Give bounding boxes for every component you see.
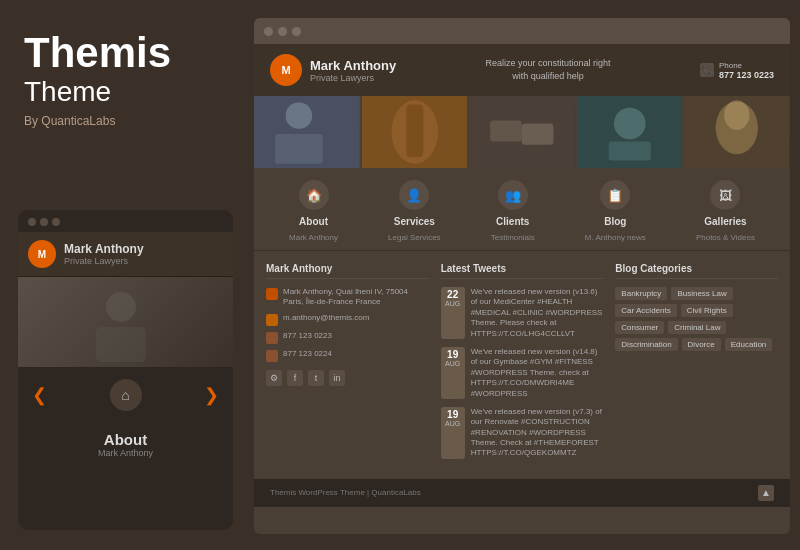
cat-consumer[interactable]: Consumer (615, 321, 664, 334)
contact-phone1: 877 123 0223 (283, 331, 332, 341)
cat-car-accidents[interactable]: Car Accidents (615, 304, 676, 317)
tweets-title: Latest Tweets (441, 263, 604, 279)
site-name-sub: Private Lawyers (310, 73, 396, 83)
phone1-icon (266, 332, 278, 344)
nav-item-services[interactable]: 👤 Services Legal Services (388, 180, 440, 242)
cat-civil-rights[interactable]: Civil Rights (681, 304, 733, 317)
email-icon (266, 314, 278, 326)
phone-info: Phone 877 123 0223 (719, 61, 774, 80)
blog-icon: 📋 (600, 180, 630, 210)
address-icon (266, 288, 278, 300)
dot3 (52, 218, 60, 226)
browser-window: M Mark Anthony Private Lawyers Realize y… (254, 18, 790, 534)
site-tagline: Realize your constitutional right with q… (486, 57, 611, 82)
footer-text: Themis WordPress Theme | QuanticaLabs (270, 488, 421, 497)
tweet-text-1: We've released new version (v13.6) of ou… (471, 287, 604, 339)
mobile-header: M Mark Anthony Private Lawyers (18, 232, 233, 277)
tagline-line1: Realize your constitutional right (486, 57, 611, 70)
nav-item-clients[interactable]: 👥 Clients Testimonials (491, 180, 535, 242)
twitter-icon[interactable]: t (308, 370, 324, 386)
site-logo-circle: M (270, 54, 302, 86)
contact-title: Mark Anthony (266, 263, 429, 279)
mobile-name-area: Mark Anthony Private Lawyers (64, 242, 144, 266)
phone-icon: 📞 (700, 63, 714, 77)
rss-icon[interactable]: ⚙ (266, 370, 282, 386)
brand-title: Themis (24, 30, 224, 76)
contact-column: Mark Anthony Mark Anthony, Quai Iheni IV… (266, 263, 429, 467)
cat-discrimination[interactable]: Discrimination (615, 338, 677, 351)
tweet-item-1: 22 AUG We've released new version (v13.6… (441, 287, 604, 339)
mobile-about-section: About Mark Anthony (18, 423, 233, 466)
mobile-home-button[interactable]: ⌂ (110, 379, 142, 411)
svg-rect-10 (522, 124, 554, 145)
tweet-item-2: 19 AUG We've released new version (v14.8… (441, 347, 604, 399)
nav-services-label: Services (394, 216, 435, 227)
prev-arrow[interactable]: ❮ (32, 384, 47, 406)
hero-image-2 (362, 96, 468, 168)
nav-about-label: About (299, 216, 328, 227)
svg-rect-9 (490, 120, 522, 141)
site-header: M Mark Anthony Private Lawyers Realize y… (254, 44, 790, 96)
nav-about-sub: Mark Anthony (289, 233, 338, 242)
browser-dot-2 (278, 27, 287, 36)
hero-image-3 (469, 96, 575, 168)
galleries-icon: 🖼 (710, 180, 740, 210)
svg-rect-4 (275, 134, 323, 164)
next-arrow[interactable]: ❯ (204, 384, 219, 406)
nav-item-about[interactable]: 🏠 About Mark Anthony (289, 180, 338, 242)
nav-blog-label: Blog (604, 216, 626, 227)
mobile-site-sub: Private Lawyers (64, 256, 144, 266)
cat-education[interactable]: Education (725, 338, 773, 351)
tweet-date-3: 19 AUG (441, 407, 465, 459)
linkedin-icon[interactable]: in (329, 370, 345, 386)
nav-galleries-sub: Photos & Videos (696, 233, 755, 242)
cat-business-law[interactable]: Business Law (671, 287, 732, 300)
nav-services-sub: Legal Services (388, 233, 440, 242)
tweet-text-2: We've released new version (v14.8) of ou… (471, 347, 604, 399)
facebook-icon[interactable]: f (287, 370, 303, 386)
phone-number: 877 123 0223 (719, 70, 774, 80)
back-to-top-button[interactable]: ▲ (758, 485, 774, 501)
mobile-hero-image (18, 277, 233, 367)
mobile-titlebar (18, 210, 233, 232)
blog-categories-title: Blog Categories (615, 263, 778, 279)
site-phone-area: 📞 Phone 877 123 0223 (700, 61, 774, 80)
phone2-icon (266, 350, 278, 362)
nav-galleries-label: Galleries (704, 216, 746, 227)
browser-dot-3 (292, 27, 301, 36)
contact-address-item: Mark Anthony, Quai Iheni IV, 75004 Paris… (266, 287, 429, 308)
svg-rect-1 (96, 327, 146, 362)
tweet-item-3: 19 AUG We've released new version (v7.3)… (441, 407, 604, 459)
svg-rect-13 (608, 142, 650, 161)
about-icon: 🏠 (299, 180, 329, 210)
site-name-area: Mark Anthony Private Lawyers (310, 58, 396, 83)
svg-rect-0 (106, 292, 136, 322)
svg-rect-7 (406, 105, 423, 158)
tweet-date-1: 22 AUG (441, 287, 465, 339)
tweets-column: Latest Tweets 22 AUG We've released new … (441, 263, 604, 467)
nav-item-blog[interactable]: 📋 Blog M. Anthony news (585, 180, 646, 242)
hero-image-4 (577, 96, 683, 168)
site-name: Mark Anthony (310, 58, 396, 73)
mobile-site-name: Mark Anthony (64, 242, 144, 256)
svg-rect-3 (286, 102, 312, 128)
left-panel: Themis Theme By QuanticaLabs M Mark Anth… (0, 0, 248, 550)
cat-bankruptcy[interactable]: Bankruptcy (615, 287, 667, 300)
tagline-line2: with qualified help (486, 70, 611, 83)
browser-titlebar (254, 18, 790, 44)
nav-item-galleries[interactable]: 🖼 Galleries Photos & Videos (696, 180, 755, 242)
hero-image-5 (684, 96, 790, 168)
blog-categories-column: Blog Categories Bankruptcy Business Law … (615, 263, 778, 467)
contact-email: m.anthony@themis.com (283, 313, 369, 323)
cat-criminal-law[interactable]: Criminal Law (668, 321, 726, 334)
nav-blog-sub: M. Anthony news (585, 233, 646, 242)
contact-email-item: m.anthony@themis.com (266, 313, 429, 326)
contact-phone2: 877 123 0224 (283, 349, 332, 359)
mobile-about-sub: Mark Anthony (26, 448, 225, 458)
nav-clients-sub: Testimonials (491, 233, 535, 242)
phone-label: Phone (719, 61, 774, 70)
svg-point-12 (614, 108, 646, 140)
mobile-logo: M (28, 240, 56, 268)
dot2 (40, 218, 48, 226)
cat-divorce[interactable]: Divorce (682, 338, 721, 351)
